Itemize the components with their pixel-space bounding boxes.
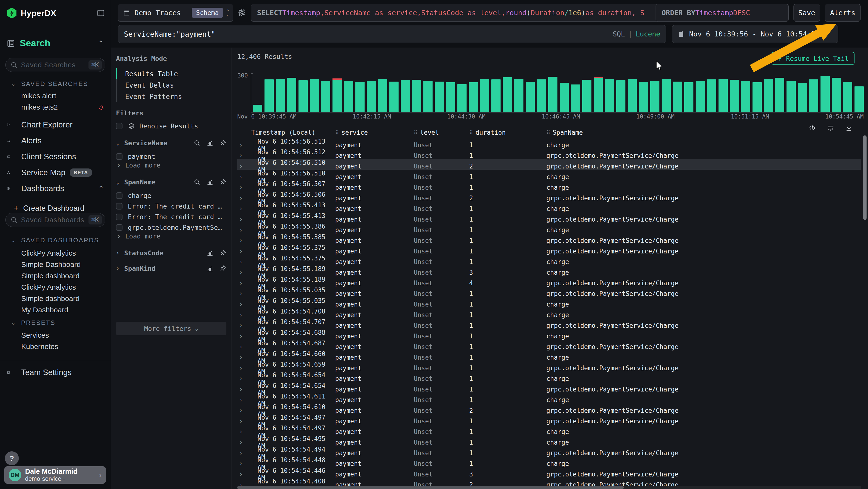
histogram-bar[interactable] [491,79,500,112]
table-row[interactable]: ›Nov 6 10:54:54.660 AMpaymentUnset1charg… [237,350,861,361]
column-header-duration[interactable]: ⠿duration [469,129,546,136]
date-range-picker[interactable]: Nov 6 10:39:56 - Nov 6 10:54:56 [672,25,838,43]
dashboard-item[interactable]: Simple Dashboard [21,259,105,270]
chevron-up-icon[interactable]: ⌃ [98,39,104,48]
histogram-bar[interactable] [628,79,637,112]
table-row[interactable]: ›Nov 6 10:54:54.494 AMpaymentUnset1grpc.… [237,446,861,456]
saved-dashboards-section[interactable]: ⌄ SAVED DASHBOARDS [11,236,99,244]
table-row[interactable]: ›Nov 6 10:54:55.413 AMpaymentUnset1grpc.… [237,212,861,223]
histogram-bar[interactable] [650,81,659,112]
table-row[interactable]: ›Nov 6 10:54:56.506 AMpaymentUnset2grpc.… [237,191,861,202]
column-header-spanname[interactable]: ⠿SpanName [546,129,861,136]
table-row[interactable]: ›Nov 6 10:54:54.497 AMpaymentUnset1grpc.… [237,414,861,425]
histogram-bar[interactable] [594,78,603,112]
table-row[interactable]: ›Nov 6 10:54:55.189 AMpaymentUnset4grpc.… [237,276,861,287]
order-by-editor[interactable]: ORDER BY Timestamp DESC [656,4,789,22]
pin-icon[interactable] [220,140,226,146]
expand-row-chevron-icon[interactable]: › [237,354,254,361]
dashboard-item[interactable]: Simple dashboard [21,270,105,282]
histogram-bar[interactable] [424,81,433,112]
expand-row-chevron-icon[interactable]: › [237,418,254,425]
table-row[interactable]: ›Nov 6 10:54:54.611 AMpaymentUnset1charg… [237,393,861,403]
column-header-timestamp-local-[interactable]: Timestamp (Local) [237,129,335,136]
bar-chart-icon[interactable] [207,179,213,185]
histogram-bar[interactable] [537,79,546,112]
table-row[interactable]: ›Nov 6 10:54:54.654 AMpaymentUnset1grpc.… [237,382,861,393]
table-row[interactable]: ›Nov 6 10:54:55.189 AMpaymentUnset3charg… [237,265,861,276]
histogram-bar[interactable] [684,82,693,112]
column-header-level[interactable]: ⠿level [414,129,469,136]
table-row[interactable]: ›Nov 6 10:54:55.413 AMpaymentUnset1charg… [237,202,861,212]
expand-row-chevron-icon[interactable]: › [237,290,254,297]
bar-chart-icon[interactable] [207,265,213,272]
sidebar-item-dashboards[interactable]: Dashboards ⌃ [0,181,111,196]
table-row[interactable]: ›Nov 6 10:54:54.659 AMpaymentUnset1grpc.… [237,361,861,371]
expand-row-chevron-icon[interactable]: › [237,142,254,148]
histogram-bar[interactable] [775,78,784,112]
source-select[interactable]: Demo Traces Schema ⌃⌃ [118,4,233,22]
checkbox[interactable] [116,153,123,160]
sidebar-item-chart-explorer[interactable]: Chart Explorer [0,117,111,132]
more-filters-button[interactable]: More filters⌄ [116,322,226,335]
filter-value-row[interactable]: Error: The credit card … [116,211,226,222]
histogram-bar[interactable] [730,80,739,112]
vertical-scrollbar[interactable] [863,136,867,220]
histogram-bar[interactable] [526,82,535,112]
checkbox[interactable] [116,213,123,220]
presets-section[interactable]: ⌄ PRESETS [11,319,56,326]
sidebar-item-alerts[interactable]: Alerts [0,133,111,148]
checkbox[interactable] [116,192,123,199]
histogram-bar[interactable] [412,80,421,112]
table-row[interactable]: ›Nov 6 10:54:54.707 AMpaymentUnset1grpc.… [237,318,861,329]
histogram-bar[interactable] [855,86,864,112]
expand-row-chevron-icon[interactable]: › [237,375,254,382]
histogram-bar[interactable] [571,84,580,112]
expand-row-chevron-icon[interactable]: › [237,174,254,180]
expand-row-chevron-icon[interactable]: › [237,163,254,170]
scrollbar-thumb[interactable] [237,486,624,489]
histogram-bar[interactable] [333,80,342,112]
table-row[interactable]: ›Nov 6 10:54:54.708 AMpaymentUnset1charg… [237,308,861,318]
histogram-bar[interactable] [514,79,523,112]
expand-row-chevron-icon[interactable]: › [237,312,254,318]
saved-dashboards-input[interactable]: Saved Dashboards ⌘K [5,213,105,227]
histogram-bar[interactable] [287,78,296,112]
table-row[interactable]: ›Nov 6 10:54:54.654 AMpaymentUnset1charg… [237,371,861,382]
histogram-bar[interactable] [764,79,773,112]
table-row[interactable]: ›Nov 6 10:54:54.687 AMpaymentUnset1grpc.… [237,340,861,350]
horizontal-scrollbar[interactable] [237,486,861,489]
expand-row-chevron-icon[interactable]: › [237,386,254,393]
filter-value-row[interactable]: grpc.oteldemo.PaymentSe… [116,222,226,233]
expand-row-chevron-icon[interactable]: › [237,205,254,212]
load-more-button[interactable]: ›Load more [117,232,161,240]
analysis-mode-results-table[interactable]: Results Table [125,68,178,79]
checkbox[interactable] [116,123,123,130]
saved-search-item[interactable]: mikes alert [21,90,105,102]
histogram-bar[interactable] [798,83,807,112]
preset-item[interactable]: Services [21,330,105,341]
expand-row-chevron-icon[interactable]: › [237,439,254,446]
histogram-bar[interactable] [661,79,671,112]
histogram-bar[interactable] [344,81,353,112]
expand-row-chevron-icon[interactable]: › [237,343,254,350]
dashboard-item[interactable]: ClickPy Analytics [21,248,105,259]
expand-row-chevron-icon[interactable]: › [237,407,254,414]
load-more-button[interactable]: ›Load more [117,162,161,169]
pin-icon[interactable] [220,265,226,272]
source-settings-gear-icon[interactable] [238,8,246,17]
table-row[interactable]: ›Nov 6 10:54:54.446 AMpaymentUnset3grpc.… [237,467,861,478]
language-toggle[interactable]: SQL|Lucene [613,30,660,38]
expand-row-chevron-icon[interactable]: › [237,450,254,456]
save-button[interactable]: Save [794,4,820,22]
histogram-bar[interactable] [321,81,330,112]
table-row[interactable]: ›Nov 6 10:54:56.512 AMpaymentUnset1grpc.… [237,148,861,159]
histogram-bar[interactable] [503,77,512,112]
saved-searches-section[interactable]: ⌄ SAVED SEARCHES [11,80,88,88]
expand-row-chevron-icon[interactable]: › [237,428,254,435]
analysis-mode-event-patterns[interactable]: Event Patterns [125,91,182,102]
histogram-bar[interactable] [616,80,625,112]
histogram-bar[interactable] [457,84,467,112]
table-row[interactable]: ›Nov 6 10:54:54.448 AMpaymentUnset1charg… [237,456,861,467]
sql-toggle[interactable]: SQL [613,30,625,38]
filter-group-servicename[interactable]: ⌄ServiceName [116,137,226,148]
